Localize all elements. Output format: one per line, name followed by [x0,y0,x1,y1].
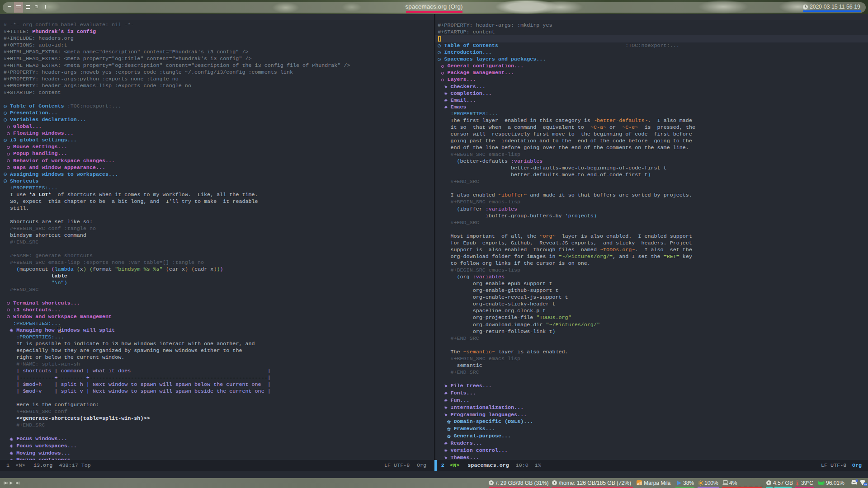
svg-text:ns: ns [864,483,867,486]
